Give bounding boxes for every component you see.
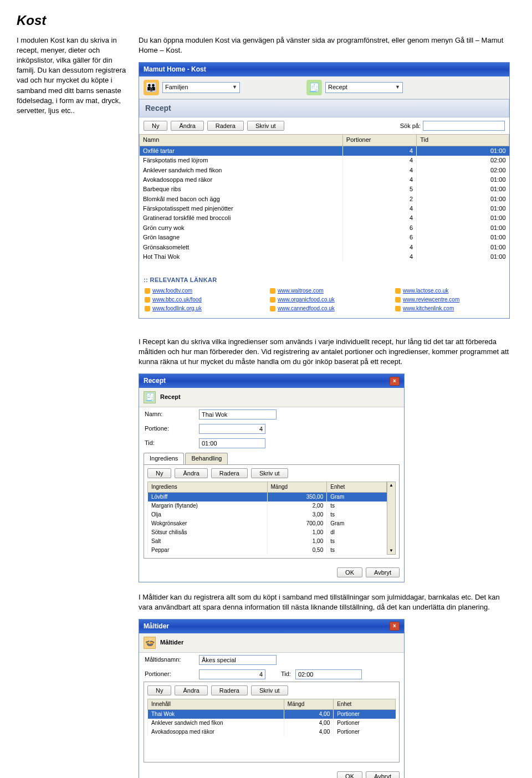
table-row[interactable]: Avokadosoppa med räkor401:00 xyxy=(140,175,509,185)
external-link[interactable]: www.organicfood.co.uk xyxy=(278,296,335,304)
col-unit[interactable]: Enhet xyxy=(327,482,387,492)
table-row[interactable]: Anklever sandwich med fikon4,00Portioner xyxy=(148,719,396,728)
recipe-icon: 🧾 xyxy=(144,391,156,403)
page-title: Kost xyxy=(17,11,510,30)
col-ingredient[interactable]: Ingrediens xyxy=(148,482,268,492)
time-label: Tid: xyxy=(145,439,195,447)
edit-button[interactable]: Ändra xyxy=(171,121,203,131)
col-amount[interactable]: Mängd xyxy=(267,482,327,492)
section-label: Måltider xyxy=(160,638,183,647)
table-row[interactable]: Wokgrönsaker700,00Gram xyxy=(148,519,387,528)
module-dropdown[interactable]: Recept ▼ xyxy=(325,82,403,93)
meal-name-field[interactable] xyxy=(199,655,277,665)
cancel-button[interactable]: Avbryt xyxy=(366,771,400,778)
external-link[interactable]: www.kitchenlink.com xyxy=(403,305,454,313)
external-link[interactable]: www.foodtv.com xyxy=(152,287,192,295)
table-row[interactable]: Salt1,00ts xyxy=(148,537,387,546)
scrollbar[interactable]: ▲▼ xyxy=(387,482,396,555)
print-button[interactable]: Skriv ut xyxy=(251,468,288,478)
table-row[interactable]: Hot Thai Wok401:00 xyxy=(140,252,509,262)
external-link[interactable]: www.cannedfood.co.uk xyxy=(278,305,335,313)
col-time[interactable]: Tid xyxy=(417,135,509,146)
portions-label: Portioner: xyxy=(145,670,195,678)
table-row[interactable]: Margarin (flytande)2,00ts xyxy=(148,501,387,510)
col-amount[interactable]: Mängd xyxy=(284,699,333,709)
search-label: Sök på: xyxy=(400,122,421,130)
table-row[interactable]: Thai Wok4,00Portioner xyxy=(148,709,396,719)
maltider-window: Måltider × 🍲 Måltider Måltidsnamn: Porti… xyxy=(139,619,405,778)
bullet-icon xyxy=(395,288,401,294)
window-title: Recept xyxy=(144,376,166,386)
family-dropdown[interactable]: Familjen ▼ xyxy=(162,82,240,93)
new-button[interactable]: Ny xyxy=(147,468,171,478)
print-button[interactable]: Skriv ut xyxy=(251,685,288,695)
recipe-icon: 🧾 xyxy=(306,80,322,95)
intro-right-text: Du kan öppna modulen Kost via genvägen p… xyxy=(139,35,510,55)
bullet-icon xyxy=(270,288,275,294)
col-unit[interactable]: Enhet xyxy=(334,699,396,709)
table-row[interactable]: Barbeque ribs501:00 xyxy=(140,185,509,194)
meal-name-label: Måltidsnamn: xyxy=(145,656,195,664)
edit-button[interactable]: Ändra xyxy=(175,468,207,478)
recipe-table: Namn Portioner Tid Oxfilé tartar401:00Fä… xyxy=(139,134,509,262)
edit-button[interactable]: Ändra xyxy=(175,685,207,695)
table-row[interactable]: Sötsur chilisås1,00dl xyxy=(148,528,387,537)
external-link[interactable]: www.reviewcentre.com xyxy=(403,296,459,304)
table-row[interactable]: Blomkål med bacon och ägg201:00 xyxy=(140,194,509,204)
table-row[interactable]: Avokadosoppa med räkor4,00Portioner xyxy=(148,728,396,736)
tab-ingredients[interactable]: Ingrediens xyxy=(144,453,184,464)
external-link[interactable]: www.waitrose.com xyxy=(278,287,324,295)
delete-button[interactable]: Radera xyxy=(207,121,244,131)
chevron-down-icon: ▼ xyxy=(232,84,237,91)
print-button[interactable]: Skriv ut xyxy=(247,121,284,131)
window-title: Måltider xyxy=(144,622,169,631)
col-content[interactable]: Innehåll xyxy=(148,699,284,709)
bullet-icon xyxy=(145,306,150,311)
table-row[interactable]: Olja3,00ts xyxy=(148,510,387,519)
close-icon[interactable]: × xyxy=(390,622,400,631)
external-link[interactable]: www.lactose.co.uk xyxy=(403,287,448,295)
close-icon[interactable]: × xyxy=(390,377,400,386)
table-row[interactable]: Anklever sandwich med fikon402:00 xyxy=(140,166,509,175)
new-button[interactable]: Ny xyxy=(144,121,167,131)
recept-window: Recept × 🧾 Recept Namn: Portione: Tid: I… xyxy=(139,373,405,582)
table-row[interactable]: Grön lasagne601:00 xyxy=(140,233,509,242)
links-heading: :: RELEVANTA LÄNKAR xyxy=(139,273,509,284)
bullet-icon xyxy=(395,306,401,311)
col-portions[interactable]: Portioner xyxy=(342,135,416,146)
ok-button[interactable]: OK xyxy=(337,771,362,778)
search-input[interactable] xyxy=(423,121,505,131)
delete-button[interactable]: Radera xyxy=(211,685,248,695)
tab-treatment[interactable]: Behandling xyxy=(185,453,228,464)
portions-field[interactable] xyxy=(199,424,265,434)
ok-button[interactable]: OK xyxy=(337,567,362,577)
portions-field[interactable] xyxy=(199,669,265,679)
table-row[interactable]: Färskpotatis med löjrom402:00 xyxy=(140,156,509,165)
table-row[interactable]: Gratinerad torskfilé med broccoli401:00 xyxy=(140,213,509,223)
time-label: Tid: xyxy=(281,670,291,678)
new-button[interactable]: Ny xyxy=(147,685,171,695)
table-row[interactable]: Oxfilé tartar401:00 xyxy=(140,146,509,156)
bullet-icon xyxy=(270,297,275,303)
cancel-button[interactable]: Avbryt xyxy=(366,567,400,577)
table-row[interactable]: Peppar0,50ts xyxy=(148,546,387,555)
time-field[interactable] xyxy=(199,438,265,448)
meals-icon: 🍲 xyxy=(144,637,156,649)
table-row[interactable]: Färskpotatisspett med pinjenötter401:00 xyxy=(140,204,509,213)
family-icon: 👪 xyxy=(144,80,159,95)
col-name[interactable]: Namn xyxy=(140,135,343,146)
mamut-home-window: Mamut Home - Kost 👪 Familjen ▼ 🧾 Recept … xyxy=(139,62,510,319)
delete-button[interactable]: Radera xyxy=(211,468,248,478)
bullet-icon xyxy=(145,288,150,294)
maltider-paragraph: I Måltider kan du registrera allt som du… xyxy=(139,592,510,612)
external-link[interactable]: www.bbc.co.uk/food xyxy=(152,296,202,304)
time-field[interactable] xyxy=(295,669,362,679)
table-row[interactable]: Grönsaksomelett401:00 xyxy=(140,243,509,252)
name-field[interactable] xyxy=(199,410,277,419)
external-link[interactable]: www.foodlink.org.uk xyxy=(152,305,202,313)
module-dropdown-value: Recept xyxy=(328,83,347,91)
table-row[interactable]: Grön curry wok601:00 xyxy=(140,223,509,233)
table-row[interactable]: Lövbiff350,00Gram xyxy=(148,492,387,501)
family-dropdown-value: Familjen xyxy=(165,83,188,91)
section-header: Recept xyxy=(139,99,509,118)
